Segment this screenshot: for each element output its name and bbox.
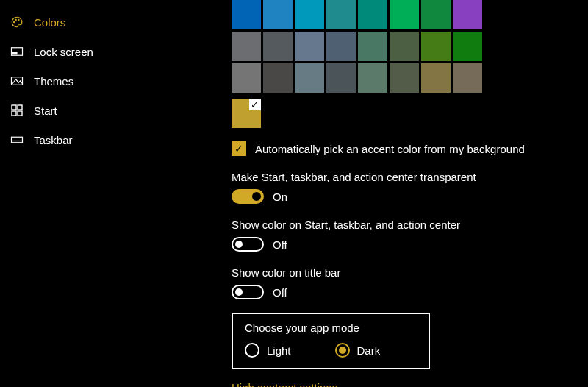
app-mode-dark-label: Dark [357, 344, 381, 357]
show-color-title-state: Off [273, 286, 287, 299]
accent-color-swatch[interactable] [232, 32, 261, 61]
accent-color-swatch[interactable] [295, 32, 324, 61]
sidebar-item-label: Colors [34, 16, 65, 29]
svg-rect-7 [18, 105, 22, 110]
checkmark-icon: ✓ [251, 99, 259, 110]
sidebar-item-label: Lock screen [34, 46, 93, 58]
high-contrast-link[interactable]: High contrast settings [232, 381, 337, 387]
settings-content: ✓ ✓ Automatically pick an accent color f… [232, 0, 584, 387]
checkbox-icon: ✓ [232, 141, 246, 156]
accent-color-swatch[interactable] [421, 32, 451, 61]
accent-color-swatch-selected[interactable]: ✓ [232, 99, 261, 128]
accent-color-palette: ✓ [232, 0, 584, 128]
show-color-start-state: Off [273, 238, 287, 251]
accent-color-swatch[interactable] [390, 32, 419, 61]
show-color-title-label: Show color on title bar [232, 266, 584, 279]
accent-color-swatch[interactable] [421, 63, 451, 93]
accent-color-swatch[interactable] [263, 0, 293, 29]
sidebar-item-label: Themes [34, 75, 74, 88]
taskbar-icon [10, 133, 24, 146]
accent-color-swatch[interactable] [358, 63, 387, 93]
accent-color-swatch[interactable] [232, 0, 261, 29]
palette-icon [10, 15, 24, 29]
auto-accent-label: Automatically pick an accent color from … [255, 143, 525, 155]
sidebar-item-label: Taskbar [34, 134, 73, 146]
show-color-start-toggle[interactable] [232, 237, 264, 252]
sidebar-item-taskbar[interactable]: Taskbar [0, 125, 147, 155]
accent-color-swatch[interactable] [232, 63, 261, 93]
accent-color-swatch[interactable] [358, 0, 387, 29]
accent-color-swatch[interactable] [390, 0, 419, 29]
accent-color-swatch[interactable] [390, 63, 419, 93]
accent-color-swatch[interactable] [358, 32, 387, 61]
accent-color-swatch[interactable] [421, 0, 451, 29]
transparency-label: Make Start, taskbar, and action center t… [232, 171, 584, 183]
themes-icon [10, 74, 24, 88]
sidebar-item-lock-screen[interactable]: Lock screen [0, 37, 147, 66]
accent-color-swatch[interactable] [326, 0, 356, 29]
app-mode-radio-light[interactable]: Light [245, 343, 291, 358]
accent-color-swatch[interactable] [326, 63, 356, 93]
lock-screen-icon [10, 45, 24, 58]
accent-color-swatch[interactable] [263, 63, 293, 93]
accent-color-swatch[interactable] [263, 32, 293, 61]
show-color-start-label: Show color on Start, taskbar, and action… [232, 219, 584, 231]
svg-point-2 [18, 19, 20, 21]
start-icon [10, 104, 24, 117]
app-mode-radio-dark[interactable]: Dark [335, 343, 381, 358]
app-mode-heading: Choose your app mode [245, 322, 417, 334]
sidebar-item-colors[interactable]: Colors [0, 7, 147, 37]
show-color-title-toggle[interactable] [232, 285, 264, 299]
sidebar-item-start[interactable]: Start [0, 96, 147, 125]
accent-color-swatch[interactable] [453, 63, 482, 93]
app-mode-light-label: Light [267, 344, 291, 357]
svg-rect-8 [12, 111, 16, 116]
svg-rect-4 [12, 52, 17, 54]
transparency-state: On [273, 191, 287, 203]
settings-sidebar: Colors Lock screen Themes Start Taskbar [0, 0, 147, 155]
accent-color-swatch[interactable] [295, 0, 324, 29]
accent-color-swatch[interactable] [453, 32, 482, 61]
svg-point-1 [15, 19, 17, 21]
transparency-toggle[interactable] [232, 189, 264, 204]
svg-point-0 [14, 21, 15, 23]
sidebar-item-label: Start [34, 104, 57, 117]
svg-rect-6 [12, 105, 16, 110]
auto-accent-checkbox[interactable]: ✓ Automatically pick an accent color fro… [232, 141, 584, 156]
accent-color-swatch[interactable] [326, 32, 356, 61]
svg-rect-10 [12, 137, 23, 143]
accent-color-swatch[interactable] [453, 0, 482, 29]
sidebar-item-themes[interactable]: Themes [0, 66, 147, 96]
svg-rect-9 [18, 111, 22, 116]
accent-color-swatch[interactable] [295, 63, 324, 93]
app-mode-section: Choose your app mode Light Dark [232, 313, 430, 369]
